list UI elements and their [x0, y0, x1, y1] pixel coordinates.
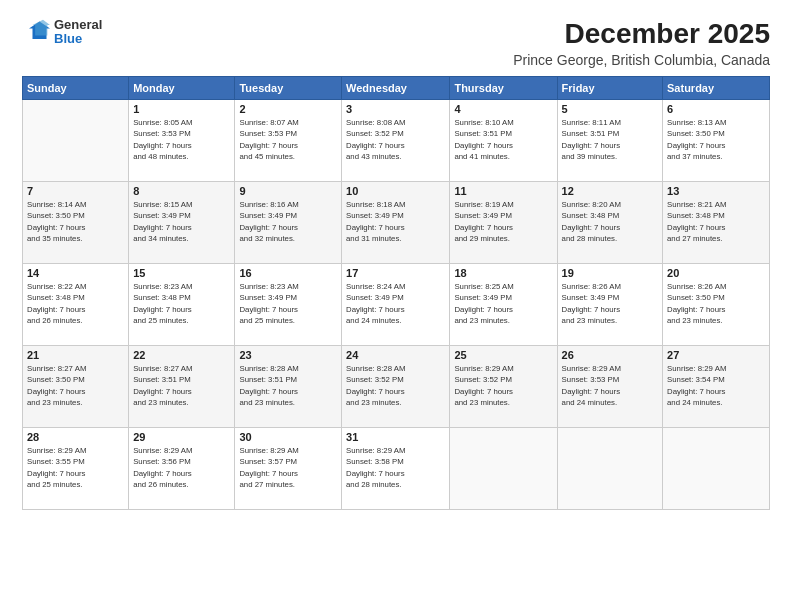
day-info: Sunrise: 8:07 AM Sunset: 3:53 PM Dayligh… — [239, 117, 337, 162]
day-info: Sunrise: 8:29 AM Sunset: 3:53 PM Dayligh… — [562, 363, 658, 408]
day-info: Sunrise: 8:26 AM Sunset: 3:49 PM Dayligh… — [562, 281, 658, 326]
day-info: Sunrise: 8:11 AM Sunset: 3:51 PM Dayligh… — [562, 117, 658, 162]
logo-general: General — [54, 18, 102, 32]
day-number: 25 — [454, 349, 552, 361]
day-number: 27 — [667, 349, 765, 361]
weekday-header-tuesday: Tuesday — [235, 77, 342, 100]
calendar-cell — [450, 428, 557, 510]
calendar-cell: 28Sunrise: 8:29 AM Sunset: 3:55 PM Dayli… — [23, 428, 129, 510]
day-number: 31 — [346, 431, 445, 443]
calendar-cell: 1Sunrise: 8:05 AM Sunset: 3:53 PM Daylig… — [129, 100, 235, 182]
day-info: Sunrise: 8:28 AM Sunset: 3:51 PM Dayligh… — [239, 363, 337, 408]
day-number: 16 — [239, 267, 337, 279]
day-info: Sunrise: 8:21 AM Sunset: 3:48 PM Dayligh… — [667, 199, 765, 244]
day-info: Sunrise: 8:18 AM Sunset: 3:49 PM Dayligh… — [346, 199, 445, 244]
day-number: 15 — [133, 267, 230, 279]
calendar-cell: 26Sunrise: 8:29 AM Sunset: 3:53 PM Dayli… — [557, 346, 662, 428]
day-info: Sunrise: 8:24 AM Sunset: 3:49 PM Dayligh… — [346, 281, 445, 326]
calendar-cell — [557, 428, 662, 510]
calendar-cell: 9Sunrise: 8:16 AM Sunset: 3:49 PM Daylig… — [235, 182, 342, 264]
calendar-cell: 11Sunrise: 8:19 AM Sunset: 3:49 PM Dayli… — [450, 182, 557, 264]
day-info: Sunrise: 8:28 AM Sunset: 3:52 PM Dayligh… — [346, 363, 445, 408]
day-number: 26 — [562, 349, 658, 361]
day-number: 3 — [346, 103, 445, 115]
weekday-header-friday: Friday — [557, 77, 662, 100]
day-info: Sunrise: 8:10 AM Sunset: 3:51 PM Dayligh… — [454, 117, 552, 162]
day-number: 21 — [27, 349, 124, 361]
calendar-cell: 20Sunrise: 8:26 AM Sunset: 3:50 PM Dayli… — [663, 264, 770, 346]
day-number: 23 — [239, 349, 337, 361]
title-block: December 2025 Prince George, British Col… — [513, 18, 770, 68]
day-number: 10 — [346, 185, 445, 197]
calendar-cell: 8Sunrise: 8:15 AM Sunset: 3:49 PM Daylig… — [129, 182, 235, 264]
logo-blue: Blue — [54, 32, 102, 46]
calendar-header: SundayMondayTuesdayWednesdayThursdayFrid… — [23, 77, 770, 100]
day-number: 22 — [133, 349, 230, 361]
day-number: 14 — [27, 267, 124, 279]
day-info: Sunrise: 8:05 AM Sunset: 3:53 PM Dayligh… — [133, 117, 230, 162]
day-info: Sunrise: 8:29 AM Sunset: 3:58 PM Dayligh… — [346, 445, 445, 490]
calendar-cell: 19Sunrise: 8:26 AM Sunset: 3:49 PM Dayli… — [557, 264, 662, 346]
day-info: Sunrise: 8:15 AM Sunset: 3:49 PM Dayligh… — [133, 199, 230, 244]
calendar-cell: 15Sunrise: 8:23 AM Sunset: 3:48 PM Dayli… — [129, 264, 235, 346]
day-number: 2 — [239, 103, 337, 115]
day-number: 24 — [346, 349, 445, 361]
calendar-cell: 10Sunrise: 8:18 AM Sunset: 3:49 PM Dayli… — [342, 182, 450, 264]
day-info: Sunrise: 8:08 AM Sunset: 3:52 PM Dayligh… — [346, 117, 445, 162]
day-info: Sunrise: 8:26 AM Sunset: 3:50 PM Dayligh… — [667, 281, 765, 326]
day-info: Sunrise: 8:29 AM Sunset: 3:57 PM Dayligh… — [239, 445, 337, 490]
calendar-cell: 22Sunrise: 8:27 AM Sunset: 3:51 PM Dayli… — [129, 346, 235, 428]
day-info: Sunrise: 8:23 AM Sunset: 3:48 PM Dayligh… — [133, 281, 230, 326]
day-number: 1 — [133, 103, 230, 115]
calendar-cell: 6Sunrise: 8:13 AM Sunset: 3:50 PM Daylig… — [663, 100, 770, 182]
calendar-cell: 7Sunrise: 8:14 AM Sunset: 3:50 PM Daylig… — [23, 182, 129, 264]
day-info: Sunrise: 8:13 AM Sunset: 3:50 PM Dayligh… — [667, 117, 765, 162]
calendar-cell: 27Sunrise: 8:29 AM Sunset: 3:54 PM Dayli… — [663, 346, 770, 428]
day-number: 8 — [133, 185, 230, 197]
calendar-cell: 21Sunrise: 8:27 AM Sunset: 3:50 PM Dayli… — [23, 346, 129, 428]
day-info: Sunrise: 8:23 AM Sunset: 3:49 PM Dayligh… — [239, 281, 337, 326]
day-number: 12 — [562, 185, 658, 197]
weekday-header-monday: Monday — [129, 77, 235, 100]
day-number: 19 — [562, 267, 658, 279]
day-info: Sunrise: 8:22 AM Sunset: 3:48 PM Dayligh… — [27, 281, 124, 326]
day-info: Sunrise: 8:27 AM Sunset: 3:50 PM Dayligh… — [27, 363, 124, 408]
calendar-cell — [663, 428, 770, 510]
calendar-cell: 4Sunrise: 8:10 AM Sunset: 3:51 PM Daylig… — [450, 100, 557, 182]
day-info: Sunrise: 8:19 AM Sunset: 3:49 PM Dayligh… — [454, 199, 552, 244]
day-info: Sunrise: 8:27 AM Sunset: 3:51 PM Dayligh… — [133, 363, 230, 408]
calendar-cell: 5Sunrise: 8:11 AM Sunset: 3:51 PM Daylig… — [557, 100, 662, 182]
day-number: 18 — [454, 267, 552, 279]
calendar-cell: 17Sunrise: 8:24 AM Sunset: 3:49 PM Dayli… — [342, 264, 450, 346]
logo: General Blue — [22, 18, 102, 47]
day-info: Sunrise: 8:16 AM Sunset: 3:49 PM Dayligh… — [239, 199, 337, 244]
day-info: Sunrise: 8:29 AM Sunset: 3:54 PM Dayligh… — [667, 363, 765, 408]
calendar-cell: 18Sunrise: 8:25 AM Sunset: 3:49 PM Dayli… — [450, 264, 557, 346]
day-number: 7 — [27, 185, 124, 197]
calendar-page: General Blue December 2025 Prince George… — [0, 0, 792, 612]
day-number: 13 — [667, 185, 765, 197]
week-row-4: 21Sunrise: 8:27 AM Sunset: 3:50 PM Dayli… — [23, 346, 770, 428]
svg-marker-1 — [33, 20, 51, 36]
day-number: 20 — [667, 267, 765, 279]
week-row-5: 28Sunrise: 8:29 AM Sunset: 3:55 PM Dayli… — [23, 428, 770, 510]
day-number: 28 — [27, 431, 124, 443]
calendar-cell: 12Sunrise: 8:20 AM Sunset: 3:48 PM Dayli… — [557, 182, 662, 264]
calendar-cell: 16Sunrise: 8:23 AM Sunset: 3:49 PM Dayli… — [235, 264, 342, 346]
calendar-cell: 30Sunrise: 8:29 AM Sunset: 3:57 PM Dayli… — [235, 428, 342, 510]
day-info: Sunrise: 8:25 AM Sunset: 3:49 PM Dayligh… — [454, 281, 552, 326]
calendar-cell: 23Sunrise: 8:28 AM Sunset: 3:51 PM Dayli… — [235, 346, 342, 428]
weekday-row: SundayMondayTuesdayWednesdayThursdayFrid… — [23, 77, 770, 100]
day-info: Sunrise: 8:29 AM Sunset: 3:56 PM Dayligh… — [133, 445, 230, 490]
day-number: 9 — [239, 185, 337, 197]
month-year: December 2025 — [513, 18, 770, 50]
weekday-header-saturday: Saturday — [663, 77, 770, 100]
location: Prince George, British Columbia, Canada — [513, 52, 770, 68]
page-header: General Blue December 2025 Prince George… — [22, 18, 770, 68]
calendar-cell: 2Sunrise: 8:07 AM Sunset: 3:53 PM Daylig… — [235, 100, 342, 182]
day-number: 17 — [346, 267, 445, 279]
calendar-cell: 3Sunrise: 8:08 AM Sunset: 3:52 PM Daylig… — [342, 100, 450, 182]
calendar-cell: 29Sunrise: 8:29 AM Sunset: 3:56 PM Dayli… — [129, 428, 235, 510]
day-info: Sunrise: 8:20 AM Sunset: 3:48 PM Dayligh… — [562, 199, 658, 244]
week-row-3: 14Sunrise: 8:22 AM Sunset: 3:48 PM Dayli… — [23, 264, 770, 346]
